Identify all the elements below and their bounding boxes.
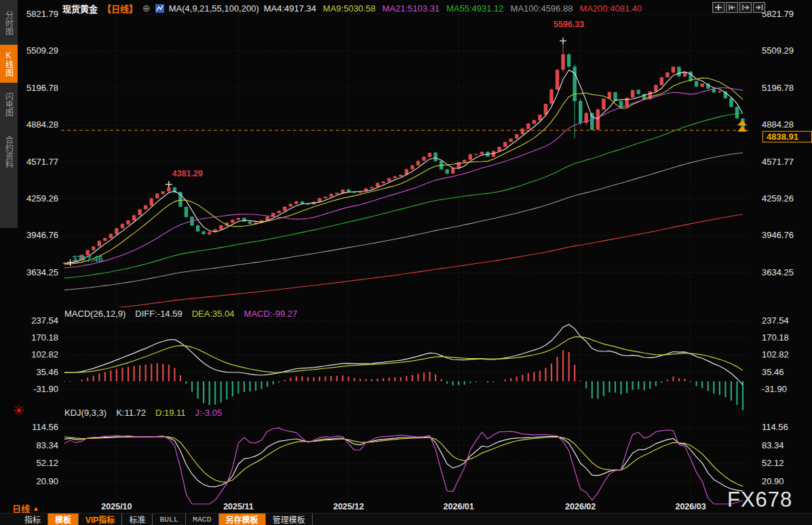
toolbar-item-6[interactable]: MACD	[186, 513, 219, 525]
price-axis-label: 3634.25	[18, 268, 58, 277]
macd-bar-value: MACD:-99.27	[244, 309, 298, 319]
x-axis-date-label: 2026/01	[437, 502, 480, 511]
macd-axis-label: 237.54	[18, 316, 58, 326]
ma-readout: MA9:5030.58	[323, 3, 375, 14]
kdj-d-value: D:19.11	[155, 408, 186, 418]
x-axis-date-label: 2025/11	[216, 502, 260, 511]
macd-diff-value: DIFF:-14.59	[135, 309, 182, 319]
price-axis-label: 4571.77	[762, 157, 811, 167]
expand-xaxis-icon[interactable]	[739, 2, 752, 13]
ma-readout: MA21:5103.31	[382, 3, 440, 14]
macd-panel-header: MACD(26,12,9) DIFF:-14.59 DEA:35.04 MACD…	[64, 309, 297, 319]
kdj-j-value: J:-3.05	[195, 408, 223, 418]
ma-indicator-icon[interactable]	[155, 4, 164, 13]
labels-overlay: 5596.334381.293717.465821.795821.795509.…	[0, 0, 812, 525]
ma-readout: MA200:4081.40	[579, 3, 642, 14]
kdj-axis-label: 20.90	[18, 477, 58, 486]
macd-axis-label: 35.46	[18, 368, 58, 377]
price-axis-label: 4884.28	[762, 120, 811, 130]
ma-settings-label: MA(4,9,21,55,100,200)	[169, 3, 259, 14]
chart-type-sidebar: 分时图K线图闪电图合约资料	[0, 0, 18, 525]
macd-dea-value: DEA:35.04	[192, 309, 235, 319]
trading-terminal: 5596.334381.293717.465821.795821.795509.…	[0, 0, 812, 525]
move-tool-icon[interactable]	[712, 2, 724, 13]
price-axis-label: 5821.79	[762, 9, 811, 19]
chart-header: 现货黄金 【日线】 ⊕ MA(4,9,21,55,100,200) MA4:49…	[62, 3, 642, 14]
price-axis-label: 5196.78	[762, 83, 811, 93]
shift-right-icon[interactable]	[753, 2, 765, 13]
kdj-axis-label: 114.56	[762, 423, 811, 432]
macd-axis-label: 170.18	[18, 333, 58, 343]
compress-xaxis-icon[interactable]	[726, 2, 738, 13]
price-axis-label: 4884.28	[18, 120, 58, 130]
sidebar-tab-4[interactable]: 合约资料	[0, 126, 18, 178]
price-axis-label: 5509.29	[762, 46, 811, 56]
price-annotation: 5596.33	[554, 20, 584, 29]
macd-axis-label: 35.46	[762, 368, 811, 377]
price-axis-label: 4259.26	[762, 194, 811, 203]
price-axis-label: 3946.76	[18, 231, 58, 240]
sidebar-tab-2[interactable]: K线图	[0, 45, 18, 83]
kdj-axis-label: 20.90	[762, 477, 811, 486]
price-axis-label: 3634.25	[762, 268, 811, 277]
macd-axis-label: 237.54	[762, 316, 811, 326]
symbol-title: 现货黄金	[62, 2, 98, 15]
price-axis-label: 5821.79	[18, 9, 58, 19]
sidebar-tab-3[interactable]: 闪电图	[0, 85, 18, 123]
toolbar-item-8[interactable]: 管理模板	[266, 513, 313, 525]
price-axis-label: 5509.29	[18, 46, 58, 56]
ma-readout: MA55:4931.12	[446, 3, 504, 14]
sidebar-tab-1[interactable]: 分时图	[0, 4, 18, 42]
ma-readout: MA100:4596.88	[511, 3, 573, 14]
x-axis-date-label: 2025/10	[95, 502, 138, 511]
chevron-up-icon: ▲	[33, 505, 39, 512]
price-axis-label: 3946.76	[762, 231, 811, 240]
macd-axis-label: 170.18	[762, 333, 811, 343]
last-price-tag: 4838.91	[762, 131, 812, 142]
x-axis-date-label: 2025/12	[327, 502, 370, 511]
price-annotation: 3717.46	[73, 254, 103, 264]
toolbar-item-2[interactable]: 模板	[48, 513, 79, 525]
period-tag: 【日线】	[102, 2, 138, 15]
price-axis-label: 5196.78	[18, 83, 58, 93]
x-axis-date-label: 2026/03	[669, 502, 712, 511]
toolbar-item-4[interactable]: 标准	[122, 513, 153, 525]
x-axis-date-label: 2026/02	[559, 502, 602, 511]
chart-toolbar-icons	[712, 2, 765, 13]
kdj-axis-label: 52.12	[762, 459, 811, 468]
kdj-axis-label: 83.34	[18, 441, 58, 450]
macd-axis-label: 102.82	[18, 350, 58, 359]
macd-axis-label: 102.82	[762, 350, 811, 359]
add-indicator-icon[interactable]: ⊕	[142, 3, 151, 13]
kdj-k-value: K:11.72	[116, 408, 146, 418]
toolbar-item-3[interactable]: VIP指标	[79, 513, 122, 525]
fx678-watermark: FX678	[727, 488, 792, 512]
kdj-title: KDJ(9,3,3)	[64, 408, 107, 418]
kdj-panel-header: KDJ(9,3,3) K:11.72 D:19.11 J:-3.05	[64, 408, 222, 418]
toolbar-item-5[interactable]: BULL	[153, 513, 186, 525]
macd-title: MACD(26,12,9)	[64, 309, 125, 319]
ma-legend: MA4:4917.34MA9:5030.58MA21:5103.31MA55:4…	[264, 3, 642, 14]
price-axis-label: 4571.77	[18, 157, 58, 167]
ma-readout: MA4:4917.34	[264, 3, 316, 14]
kdj-axis-label: 52.12	[18, 459, 58, 468]
bottom-toolbar: 指标模板VIP指标标准BULLMACD另存模板管理模板	[0, 513, 812, 525]
toolbar-item-1[interactable]: 指标	[18, 513, 48, 525]
toolbar-item-7[interactable]: 另存模板	[219, 513, 266, 525]
live-blink-icon	[14, 405, 24, 416]
kdj-axis-label: 83.34	[762, 441, 811, 450]
macd-axis-label: -31.90	[18, 385, 58, 394]
price-axis-label: 4259.26	[18, 194, 58, 203]
macd-axis-label: -31.90	[762, 385, 811, 394]
price-annotation: 4381.29	[172, 169, 203, 178]
kdj-axis-label: 114.56	[18, 423, 58, 432]
